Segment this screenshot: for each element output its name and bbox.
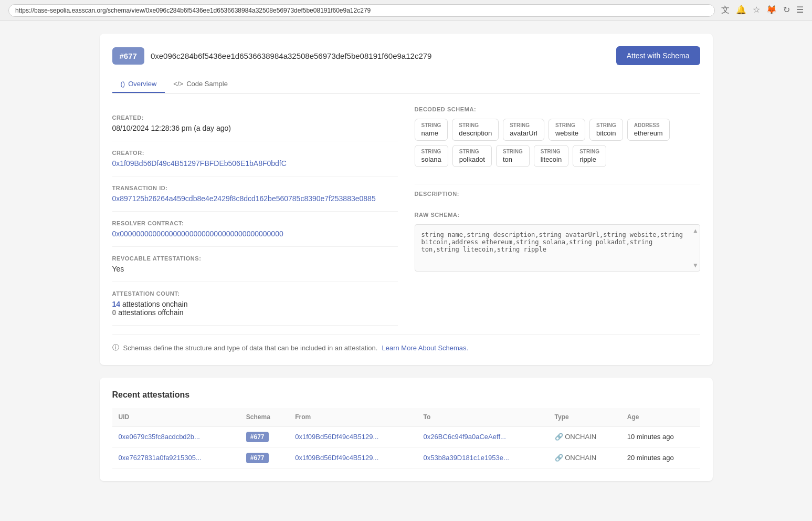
tab-code-label: Code Sample — [186, 80, 228, 88]
tag-type-ripple: STRING — [579, 149, 599, 154]
url-bar[interactable]: https://base-sepolia.easscan.org/schema/… — [8, 4, 715, 17]
schema-tag-name: STRINGname — [415, 119, 448, 141]
table-body: 0xe0679c35fc8acdcbd2b... #677 0x1f09Bd56… — [112, 426, 700, 468]
resolver-field: RESOLVER CONTRACT: 0x0000000000000000000… — [112, 212, 398, 247]
offchain-count: 0 — [112, 308, 117, 317]
schema-tag-ton: STRINGton — [496, 145, 530, 167]
tab-overview[interactable]: () Overview — [112, 76, 165, 93]
tag-name-ripple: ripple — [579, 155, 596, 163]
schema-tag-avatarUrl: STRINGavatarUrl — [503, 119, 544, 141]
col-age: Age — [621, 408, 700, 426]
cell-schema[interactable]: #677 — [240, 426, 289, 447]
creator-value[interactable]: 0x1f09Bd56Df49c4B51297FBFDEb506E1bA8F0bd… — [112, 159, 398, 168]
attestation-count-label: ATTESTATION COUNT: — [112, 290, 398, 297]
fox-icon[interactable]: 🦊 — [766, 5, 777, 16]
learn-more-link[interactable]: Learn More About Schemas. — [382, 344, 468, 352]
menu-icon[interactable]: ☰ — [796, 5, 804, 16]
overview-icon: () — [121, 80, 125, 88]
left-col: CREATED: 08/10/2024 12:28:36 pm (a day a… — [112, 106, 398, 326]
tag-name-ton: ton — [503, 155, 512, 163]
cell-age: 10 minutes ago — [621, 426, 700, 447]
transaction-value[interactable]: 0x897125b26264a459cdb8e4e2429f8c8dcd162b… — [112, 194, 398, 203]
attest-button[interactable]: Attest with Schema — [616, 46, 700, 65]
recent-attestations-card: Recent attestations UID Schema From To T… — [100, 378, 713, 481]
cell-uid[interactable]: 0xe7627831a0fa9215305... — [112, 447, 240, 468]
attestation-offchain: 0 attestations offchain — [112, 308, 398, 317]
attestations-table: UID Schema From To Type Age 0xe0679c35fc… — [112, 408, 700, 468]
tabs: () Overview </> Code Sample — [112, 76, 700, 93]
created-value: 08/10/2024 12:28:36 pm (a day ago) — [112, 124, 398, 132]
schema-title-group: #677 0xe096c284b6f5436ee1d6536638984a325… — [112, 47, 432, 65]
raw-schema-box: string name,string description,string av… — [415, 224, 700, 272]
tag-name-website: website — [555, 129, 578, 137]
tag-name-description: description — [459, 129, 492, 137]
resolver-label: RESOLVER CONTRACT: — [112, 220, 398, 226]
cell-type: 🔗 ONCHAIN — [549, 447, 621, 468]
cell-age: 20 minutes ago — [621, 447, 700, 468]
schema-id-badge: #677 — [112, 47, 144, 65]
tag-type-ton: STRING — [503, 149, 523, 154]
right-col: DECODED SCHEMA: STRINGnameSTRINGdescript… — [415, 106, 700, 326]
two-col-layout: CREATED: 08/10/2024 12:28:36 pm (a day a… — [112, 106, 700, 326]
cell-schema[interactable]: #677 — [240, 447, 289, 468]
schema-tag-ripple: STRINGripple — [573, 145, 606, 167]
bookmark-icon[interactable]: ☆ — [753, 5, 760, 16]
col-to: To — [417, 408, 549, 426]
info-text: Schemas define the structure and type of… — [123, 344, 378, 352]
schema-header: #677 0xe096c284b6f5436ee1d6536638984a325… — [112, 46, 700, 65]
tag-type-name: STRING — [421, 122, 441, 128]
tab-code-sample[interactable]: </> Code Sample — [165, 76, 236, 93]
schema-tag-description: STRINGdescription — [452, 119, 499, 141]
raw-schema-label: RAW SCHEMA: — [415, 212, 700, 218]
scroll-down-icon[interactable]: ▼ — [693, 262, 697, 269]
tag-type-description: STRING — [459, 122, 492, 128]
scroll-up-icon[interactable]: ▲ — [693, 227, 697, 234]
info-bar: ⓘ Schemas define the structure and type … — [112, 334, 700, 352]
schema-scrollbar[interactable]: ▲ ▼ — [693, 227, 697, 269]
cell-to[interactable]: 0x26BC6c94f9a0aCeAeff... — [417, 426, 549, 447]
reader-icon[interactable]: 🔔 — [736, 5, 746, 16]
recent-attestations-title: Recent attestations — [112, 390, 700, 400]
tag-type-ethereum: ADDRESS — [634, 122, 663, 128]
attestation-count-field: ATTESTATION COUNT: 14 attestations oncha… — [112, 282, 398, 326]
created-label: CREATED: — [112, 114, 398, 121]
onchain-count: 14 — [112, 300, 121, 308]
schema-tag-polkadot: STRINGpolkadot — [452, 145, 492, 167]
tag-type-avatarUrl: STRING — [510, 122, 537, 128]
onchain-label: attestations onchain — [122, 300, 188, 308]
col-uid: UID — [112, 408, 240, 426]
col-schema: Schema — [240, 408, 289, 426]
refresh-icon[interactable]: ↻ — [783, 5, 790, 16]
schema-tag-solana: STRINGsolana — [415, 145, 448, 167]
attestation-onchain: 14 attestations onchain — [112, 300, 398, 308]
schema-tags: STRINGnameSTRINGdescriptionSTRINGavatarU… — [415, 119, 700, 167]
cell-from[interactable]: 0x1f09Bd56Df49c4B5129... — [289, 447, 417, 468]
tag-name-bitcoin: bitcoin — [596, 129, 616, 137]
tag-name-solana: solana — [421, 155, 441, 163]
schema-tag-website: STRINGwebsite — [549, 119, 585, 141]
cell-type: 🔗 ONCHAIN — [549, 426, 621, 447]
decoded-schema-label: DECODED SCHEMA: — [415, 106, 700, 112]
tag-type-litecoin: STRING — [541, 149, 562, 154]
tag-type-bitcoin: STRING — [596, 122, 616, 128]
col-from: From — [289, 408, 417, 426]
revocable-field: REVOCABLE ATTESTATIONS: Yes — [112, 247, 398, 282]
schema-card: #677 0xe096c284b6f5436ee1d6536638984a325… — [100, 34, 713, 365]
cell-to[interactable]: 0x53b8a39D181c1e1953e... — [417, 447, 549, 468]
raw-schema-section: RAW SCHEMA: string name,string descripti… — [415, 212, 700, 272]
raw-schema-value: string name,string description,string av… — [421, 231, 683, 253]
tag-type-website: STRING — [555, 122, 578, 128]
translate-icon[interactable]: 文 — [721, 5, 730, 16]
cell-from[interactable]: 0x1f09Bd56Df49c4B5129... — [289, 426, 417, 447]
description-label: DESCRIPTION: — [415, 191, 700, 197]
schema-tag-bitcoin: STRINGbitcoin — [589, 119, 623, 141]
offchain-label: attestations offchain — [118, 308, 183, 317]
table-header-row: UID Schema From To Type Age — [112, 408, 700, 426]
tag-type-solana: STRING — [421, 149, 441, 154]
revocable-label: REVOCABLE ATTESTATIONS: — [112, 255, 398, 262]
tab-overview-label: Overview — [128, 80, 156, 88]
description-section: DESCRIPTION: — [415, 184, 700, 203]
cell-uid[interactable]: 0xe0679c35fc8acdcbd2b... — [112, 426, 240, 447]
creator-field: CREATOR: 0x1f09Bd56Df49c4B51297FBFDEb506… — [112, 141, 398, 176]
resolver-value[interactable]: 0x00000000000000000000000000000000000000… — [112, 230, 398, 238]
